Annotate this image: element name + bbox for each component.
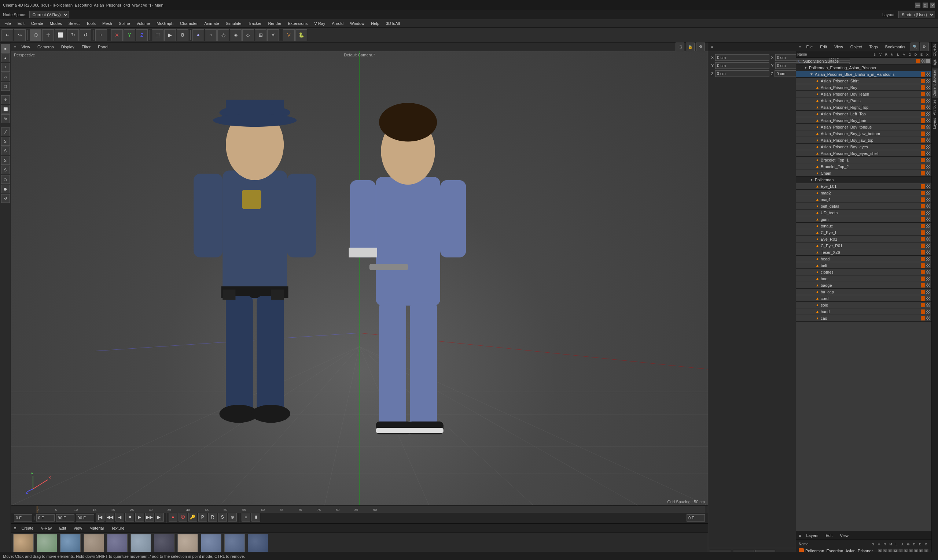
- start-frame-input[interactable]: [36, 514, 55, 522]
- vp-settings[interactable]: ⚙: [696, 43, 705, 51]
- paint-tool[interactable]: S: [1, 146, 10, 155]
- vert-tab-tags[interactable]: Tags: [932, 58, 938, 68]
- material-view[interactable]: ◈: [230, 29, 242, 41]
- step-back-btn[interactable]: ◀◀: [106, 513, 114, 522]
- menu-character[interactable]: Character: [177, 20, 201, 26]
- coord-x-pos[interactable]: [715, 54, 769, 61]
- close-button[interactable]: ✕: [930, 3, 935, 8]
- menu-arnold[interactable]: Arnold: [329, 20, 346, 26]
- render-region[interactable]: ⬚: [152, 29, 164, 41]
- obj-row-eye-l01[interactable]: ▲ Eye_L01: [796, 183, 932, 190]
- edge-mode[interactable]: /: [1, 63, 10, 72]
- magnet-tool[interactable]: S: [1, 156, 10, 165]
- undo-button[interactable]: ↩: [2, 29, 13, 41]
- rp-file-menu[interactable]: File: [804, 44, 815, 50]
- obj-row-hand[interactable]: ▲ hand: [796, 308, 932, 315]
- obj-row-eyes[interactable]: ▲ Asian_Prisoner_Boy_eyes: [796, 143, 932, 150]
- grid-toggle[interactable]: ⊞: [255, 29, 267, 41]
- vp-lock[interactable]: 🔒: [686, 43, 694, 51]
- obj-row-tongue-pol[interactable]: ▲ tongue: [796, 223, 932, 229]
- scale-tool-left[interactable]: ⬜: [1, 105, 10, 114]
- layers-view-menu[interactable]: View: [838, 532, 851, 538]
- scene-view[interactable]: ◎: [218, 29, 229, 41]
- obj-row-shirt[interactable]: ▲ Asian_Prisoner_Shirt: [796, 78, 932, 84]
- rp-edit-menu[interactable]: Edit: [818, 44, 829, 50]
- menu-modes[interactable]: Modes: [47, 20, 65, 26]
- menu-edit[interactable]: Edit: [15, 20, 28, 26]
- obj-row-hair[interactable]: ▲ Asian_Prisoner_Boy_hair: [796, 117, 932, 124]
- curve-tool[interactable]: S: [1, 137, 10, 146]
- obj-row-ba-cap[interactable]: ▲ ba_cap: [796, 289, 932, 295]
- bridge-tool[interactable]: ⬣: [1, 185, 10, 193]
- obj-row-mag1[interactable]: ▲ mag1: [796, 196, 932, 203]
- knife-tool[interactable]: S: [1, 166, 10, 174]
- minimize-button[interactable]: —: [915, 3, 920, 8]
- obj-row-belt-detail[interactable]: ▲ belt_detail: [796, 203, 932, 209]
- obj-row-cao[interactable]: ▲ cao: [796, 315, 932, 322]
- x-axis[interactable]: X: [111, 29, 123, 41]
- fps-input[interactable]: [76, 514, 94, 522]
- menu-mograph[interactable]: MoGraph: [154, 20, 176, 26]
- vp-cameras-menu[interactable]: Cameras: [35, 44, 56, 50]
- move-tool[interactable]: ✛: [42, 29, 54, 41]
- vert-tab-objects[interactable]: Objects: [932, 43, 938, 58]
- menu-file[interactable]: File: [2, 20, 14, 26]
- node-view[interactable]: ◇: [242, 29, 254, 41]
- node-space-select[interactable]: Current (V-Ray): [29, 11, 69, 18]
- add-object[interactable]: +: [95, 29, 107, 41]
- layout-select[interactable]: Startup (User): [898, 11, 935, 18]
- uvw-mode[interactable]: ☐: [1, 82, 10, 91]
- stop-btn[interactable]: ■: [125, 513, 134, 522]
- scale-tool[interactable]: ⬜: [55, 29, 66, 41]
- rp-view-menu[interactable]: View: [832, 44, 845, 50]
- obj-row-cord[interactable]: ▲ cord: [796, 295, 932, 302]
- object-mode[interactable]: ■: [1, 44, 10, 53]
- obj-row-bracelet2[interactable]: ▲ Bracelet_Top_2: [796, 163, 932, 170]
- timeline-btn[interactable]: ≡: [242, 513, 250, 522]
- obj-row-tongue[interactable]: ▲ Asian_Prisoner_Boy_tongue: [796, 124, 932, 131]
- obj-row-subdivision[interactable]: ⬡ Subdivision Surface: [796, 58, 932, 65]
- rp-search[interactable]: 🔍: [910, 43, 919, 51]
- obj-row-belt[interactable]: ▲ belt: [796, 262, 932, 269]
- menu-extensions[interactable]: Extensions: [285, 20, 310, 26]
- obj-row-ud-teeth[interactable]: ▲ UD_teeth: [796, 209, 932, 216]
- obj-row-eye-r01[interactable]: ▲ Eye_R01: [796, 236, 932, 243]
- render-view[interactable]: ▶: [164, 29, 176, 41]
- curve-editor-btn[interactable]: ⏸: [251, 513, 260, 522]
- key-rot-btn[interactable]: R: [208, 513, 217, 522]
- end-time-input[interactable]: [687, 514, 705, 522]
- rp-object-menu[interactable]: Object: [848, 44, 864, 50]
- select-tool[interactable]: ⬡: [30, 29, 42, 41]
- obj-row-main-group[interactable]: ▼ Policeman_Escorting_Asian_Prisoner: [796, 65, 932, 71]
- viewport-canvas[interactable]: X Y Z Perspective Default Camera.* Grid …: [11, 51, 708, 505]
- maximize-button[interactable]: □: [923, 3, 928, 8]
- redo-button[interactable]: ↪: [14, 29, 26, 41]
- render-settings[interactable]: ⚙: [177, 29, 188, 41]
- vert-tab-attributes[interactable]: Attributes: [932, 98, 938, 117]
- current-frame-input[interactable]: [14, 514, 32, 522]
- viewport-menu-toggle[interactable]: ≡: [14, 45, 16, 49]
- object-manager[interactable]: ⬡ Subdivision Surface ▼ Policeman_Escort…: [796, 58, 932, 531]
- menu-window[interactable]: Window: [347, 20, 367, 26]
- vp-display-menu[interactable]: Display: [59, 44, 77, 50]
- record-btn[interactable]: ●: [169, 513, 177, 522]
- mat-bar-toggle[interactable]: ≡: [14, 526, 16, 530]
- timeline-ruler[interactable]: 0 5 10 15 20 25 30 35 40 45 50 55 60 65: [36, 506, 705, 513]
- vert-tab-layers[interactable]: Layers: [932, 117, 938, 131]
- obj-row-clothes[interactable]: ▲ clothes: [796, 269, 932, 275]
- mat-view-menu[interactable]: View: [71, 525, 84, 531]
- layers-toggle[interactable]: ≡: [799, 533, 801, 538]
- obj-row-head[interactable]: ▲ head: [796, 255, 932, 262]
- move-tool-left[interactable]: ✛: [1, 95, 10, 104]
- key-all-btn[interactable]: 🔑: [188, 513, 197, 522]
- obj-row-boy[interactable]: ▲ Asian_Prisoner_Boy: [796, 84, 932, 91]
- z-axis[interactable]: Z: [136, 29, 148, 41]
- play-back-btn[interactable]: ◀: [116, 513, 124, 522]
- menu-tools[interactable]: Tools: [83, 20, 99, 26]
- obj-row-prisoner-group[interactable]: ▼ Asian_Prisoner_Blue_Uniform_in_Handcuf…: [796, 71, 932, 78]
- key-scl-btn[interactable]: S: [218, 513, 227, 522]
- polygon-mode[interactable]: ▱: [1, 72, 10, 81]
- coord-y-pos[interactable]: [715, 62, 769, 69]
- menu-3dtoall[interactable]: 3DToAll: [383, 20, 403, 26]
- perspective-view[interactable]: ●: [193, 29, 204, 41]
